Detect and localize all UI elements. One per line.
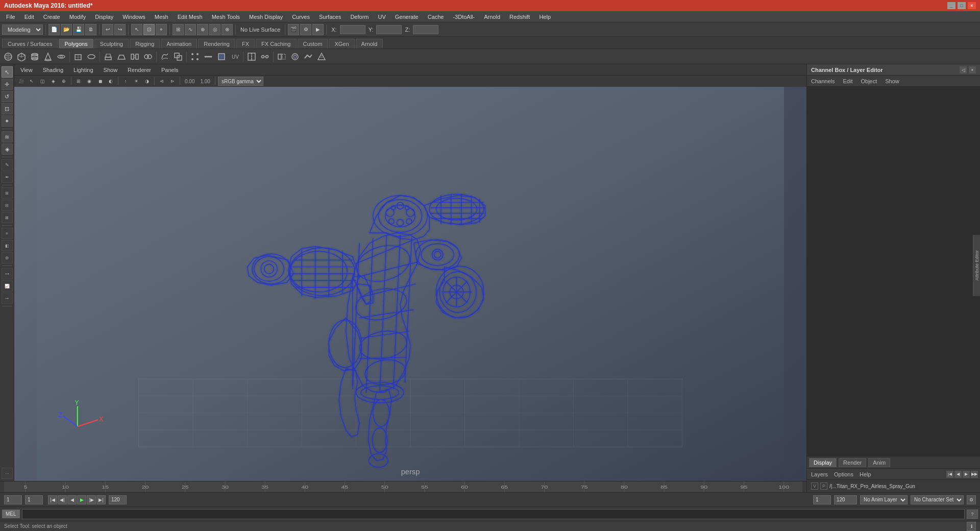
merge-vertices-btn[interactable] (259, 51, 271, 63)
move-tool-btn[interactable]: ✛ (2, 79, 13, 90)
redo-btn[interactable]: ↪ (114, 24, 126, 35)
layer-play-btn[interactable]: ▶ (963, 471, 970, 478)
menu-surfaces[interactable]: Surfaces (315, 13, 345, 21)
layer-prev2-btn[interactable]: ◀ (954, 471, 962, 478)
attr-editor-btn[interactable]: ◧ (2, 240, 13, 251)
current-frame-input[interactable] (25, 495, 43, 504)
split-poly-btn[interactable] (246, 51, 258, 63)
menu-edit-mesh[interactable]: Edit Mesh (174, 13, 207, 21)
playback-speed-input[interactable] (834, 495, 857, 504)
menu-file[interactable]: File (2, 13, 19, 21)
tab-fx-caching[interactable]: FX Caching (256, 39, 296, 49)
command-input[interactable] (22, 509, 965, 519)
reduce-btn[interactable] (315, 51, 328, 63)
right-side-tab[interactable]: Attribute Editor (973, 235, 980, 296)
bevel-btn[interactable] (115, 51, 128, 63)
open-file-btn[interactable]: 📂 (61, 24, 72, 35)
minimize-button[interactable]: _ (947, 2, 955, 9)
display-layer-btn3[interactable]: ⊠ (2, 212, 13, 223)
layers-label[interactable]: Layers (809, 470, 830, 478)
bottom-settings-btn[interactable]: ⚙ (967, 495, 976, 504)
step-forward-btn[interactable]: |▶ (87, 495, 96, 504)
face-mode-btn[interactable] (215, 51, 228, 63)
tab-custom[interactable]: Custom (298, 39, 328, 49)
viewport-menu-view[interactable]: View (18, 66, 35, 74)
cb-tab-edit[interactable]: Edit (841, 77, 854, 85)
select-tool-btn[interactable]: ↖ (2, 66, 13, 78)
timeline-area[interactable]: 5 10 15 20 25 30 35 40 (0, 481, 806, 492)
viewport-menu-panels[interactable]: Panels (159, 66, 181, 74)
go-start-btn[interactable]: |◀ (48, 495, 57, 504)
frame-end-input[interactable] (109, 495, 127, 504)
uv-mode-btn[interactable]: UV (229, 51, 241, 63)
y-input[interactable] (376, 25, 402, 34)
render-settings-btn[interactable]: ⚙ (300, 24, 311, 35)
step-back-btn[interactable]: ◀| (58, 495, 67, 504)
display-tab[interactable]: Display (809, 458, 837, 467)
tab-animation[interactable]: Animation (161, 39, 197, 49)
tab-rigging[interactable]: Rigging (130, 39, 160, 49)
anim-tab[interactable]: Anim (868, 458, 890, 467)
layers-help-label[interactable]: Help (857, 470, 873, 478)
tab-curves-surfaces[interactable]: Curves / Surfaces (2, 39, 58, 49)
vp-light-btn[interactable]: ☀ (132, 77, 141, 86)
mirror-btn[interactable] (276, 51, 288, 63)
tab-polygons[interactable]: Polygons (59, 39, 93, 49)
snap-curve-btn[interactable]: ∿ (185, 24, 196, 35)
cube-icon-btn[interactable] (15, 51, 28, 63)
vp-prev-btn[interactable]: ⊲ (157, 77, 166, 86)
vp-flat-btn[interactable]: ◼ (95, 77, 105, 86)
mel-toggle[interactable]: MEL (2, 510, 20, 518)
status-info-btn[interactable]: ℹ (967, 522, 976, 531)
disk-icon-btn[interactable] (85, 51, 97, 63)
menu-mesh-display[interactable]: Mesh Display (245, 13, 287, 21)
extrude-btn[interactable] (102, 51, 114, 63)
display-layer-btn2[interactable]: ⊟ (2, 200, 13, 211)
cb-tab-object[interactable]: Object (859, 77, 879, 85)
render-tab[interactable]: Render (839, 458, 866, 467)
menu-cache[interactable]: Cache (424, 13, 448, 21)
viewport-menu-renderer[interactable]: Renderer (126, 66, 153, 74)
x-input[interactable] (340, 25, 365, 34)
cb-tab-channels[interactable]: Channels (809, 77, 837, 85)
vp-mask-btn[interactable]: ◫ (38, 77, 47, 86)
menu-deform[interactable]: Deform (346, 13, 373, 21)
undo-btn[interactable]: ↩ (102, 24, 113, 35)
menu-curves[interactable]: Curves (288, 13, 314, 21)
vp-isolate-btn[interactable]: ◈ (48, 77, 58, 86)
menu-mesh[interactable]: Mesh (151, 13, 173, 21)
go-end-btn[interactable]: ▶| (96, 495, 106, 504)
cylinder-icon-btn[interactable] (29, 51, 41, 63)
viewport-menu-shading[interactable]: Shading (41, 66, 65, 74)
cone-icon-btn[interactable] (42, 51, 54, 63)
maximize-button[interactable]: □ (958, 2, 966, 9)
vp-shadow-btn[interactable]: ◑ (142, 77, 152, 86)
torus-icon-btn[interactable] (55, 51, 67, 63)
cb-tab-show[interactable]: Show (883, 77, 901, 85)
play-forward-btn[interactable]: ▶ (77, 495, 86, 504)
select-btn[interactable]: ↖ (131, 24, 142, 35)
tab-xgen[interactable]: XGen (329, 39, 354, 49)
ipr-render-btn[interactable]: ▶ (312, 24, 324, 35)
universal-tool-btn[interactable]: ✦ (2, 115, 13, 127)
graph-editor-btn[interactable]: 📈 (2, 280, 13, 292)
annotate-btn[interactable]: ✒ (2, 172, 13, 183)
snap-view-btn[interactable]: ◎ (209, 24, 220, 35)
save-as-btn[interactable]: 🗎 (85, 24, 96, 35)
save-file-btn[interactable]: 💾 (73, 24, 84, 35)
tool-settings-btn[interactable]: ⚙ (2, 252, 13, 263)
options-label[interactable]: Options (832, 470, 855, 478)
viewport-canvas[interactable]: X Y Z persp (14, 87, 806, 481)
layer-playback-btn-p[interactable]: P (820, 482, 827, 490)
vp-next-btn[interactable]: ⊳ (168, 77, 177, 86)
smooth-btn[interactable] (159, 51, 171, 63)
last-tool-btn[interactable]: ◈ (2, 143, 13, 155)
menu-3dto-all[interactable]: -3DtoAll- (449, 13, 479, 21)
gamma-dropdown[interactable]: sRGB gamma (218, 77, 263, 86)
menu-modify[interactable]: Modify (65, 13, 90, 21)
render-btn[interactable]: 🎬 (288, 24, 299, 35)
soft-select-btn[interactable]: ≋ (2, 131, 13, 142)
new-file-btn[interactable]: 📄 (48, 24, 60, 35)
viewport-menu-show[interactable]: Show (102, 66, 120, 74)
menu-redshift[interactable]: Redshift (505, 13, 534, 21)
